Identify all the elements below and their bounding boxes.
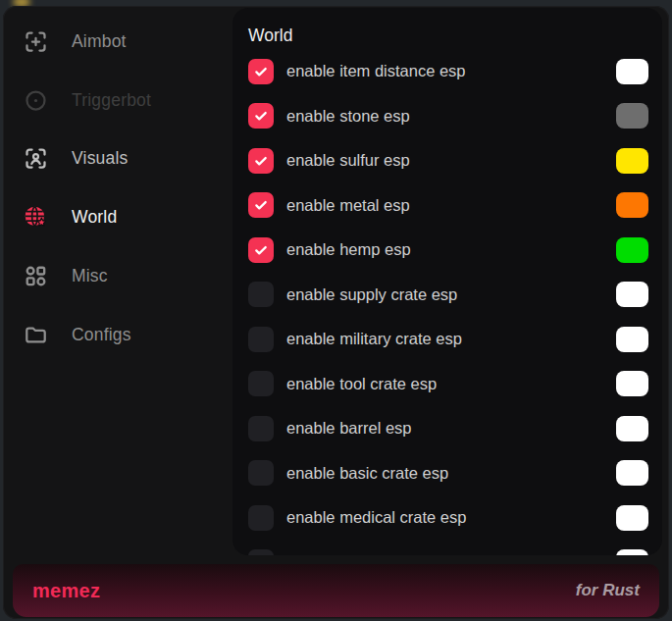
product-tagline: for Rust [576,581,640,600]
esp-color-swatch[interactable] [616,549,648,555]
esp-color-swatch[interactable] [616,103,648,129]
esp-option-label: enable medical crate esp [286,508,466,527]
esp-option-row: enable supply crate esp [248,273,648,318]
sidebar-item-world[interactable]: World [3,193,233,240]
sidebar-item-configs[interactable]: Configs [3,311,233,358]
esp-option-row: enable basic crate esp [248,451,648,496]
world-panel: World enable item distance esp enable st… [233,8,662,555]
esp-checkbox[interactable] [248,103,274,129]
esp-option-label: enable hemp esp [286,240,411,259]
world-globe-icon [23,204,49,231]
esp-option-row: enable barrel esp [248,406,648,451]
esp-checkbox[interactable] [248,59,274,84]
checkmark-icon [256,202,265,208]
esp-option-label: enable stone esp [286,107,410,126]
esp-checkbox[interactable] [248,416,274,441]
esp-option-label: enable sulfur esp [286,151,410,170]
esp-option-row: enable item distance esp [248,49,648,94]
sidebar-item-label: Triggerbot [72,90,151,111]
esp-option-row: enable medical crate esp [248,495,648,541]
checkmark-icon [256,158,265,164]
brand-name: memez [32,580,100,602]
esp-checkbox[interactable] [248,327,274,352]
esp-option-label: enable metal esp [286,196,410,215]
checkmark-icon [256,247,265,253]
esp-option-label: enable supply crate esp [286,285,457,304]
esp-color-swatch[interactable] [616,282,648,307]
cheat-menu-window: Aimbot Triggerbot Visu [3,6,669,619]
sidebar-item-label: World [72,207,117,228]
esp-checkbox[interactable] [248,192,274,218]
esp-color-swatch[interactable] [616,327,648,352]
esp-option-label: enable barrel esp [286,419,412,438]
esp-color-swatch[interactable] [616,192,648,218]
sidebar-item-misc[interactable]: Misc [3,252,233,299]
esp-color-swatch[interactable] [616,505,648,531]
esp-option-label: enable basic crate esp [286,464,448,483]
sidebar-item-aimbot[interactable]: Aimbot [3,18,233,65]
esp-option-row: enable stone esp [248,94,648,139]
sidebar: Aimbot Triggerbot Visu [3,6,233,555]
esp-option-row: enable military crate esp [248,317,648,362]
sidebar-item-triggerbot[interactable]: Triggerbot [3,77,233,124]
sidebar-item-label: Aimbot [72,31,127,52]
esp-color-swatch[interactable] [616,148,648,174]
sidebar-item-visuals[interactable]: Visuals [3,134,233,181]
esp-option-row: enable hemp esp [248,228,648,273]
esp-checkbox[interactable] [248,460,274,486]
esp-option-label: enable item distance esp [286,62,466,80]
visuals-player-scan-icon [23,145,49,172]
sidebar-item-label: Configs [72,325,131,345]
esp-checkbox[interactable] [248,505,274,531]
esp-color-swatch[interactable] [616,371,648,396]
panel-title: World [248,26,648,47]
esp-option-label: enable military crate esp [286,330,462,348]
aimbot-crosshair-icon [23,28,49,55]
esp-options-list: enable item distance esp enable stone es… [248,49,648,555]
sidebar-item-label: Visuals [72,148,129,169]
esp-checkbox[interactable] [248,148,274,174]
esp-option-row: enable sulfur esp [248,138,648,183]
esp-option-label: enable tool crate esp [286,375,437,393]
esp-checkbox[interactable] [248,237,274,263]
misc-grid-icon [23,263,49,289]
screen-background: Aimbot Triggerbot Visu [0,0,672,621]
configs-folder-icon [23,322,49,348]
esp-color-swatch[interactable] [616,237,648,263]
esp-checkbox[interactable] [248,549,274,555]
esp-option-row: enable tool crate esp [248,362,648,407]
esp-color-swatch[interactable] [616,59,648,84]
esp-color-swatch[interactable] [616,460,648,486]
esp-checkbox[interactable] [248,371,274,396]
sidebar-item-label: Misc [72,266,108,286]
footer-bar: memez for Rust [13,564,659,617]
triggerbot-target-icon [23,87,49,114]
checkmark-icon [256,69,265,75]
esp-checkbox[interactable] [248,282,274,307]
esp-option-row: enable metal esp [248,183,648,229]
checkmark-icon [256,113,265,119]
esp-option-row [248,541,648,556]
esp-color-swatch[interactable] [616,416,648,441]
